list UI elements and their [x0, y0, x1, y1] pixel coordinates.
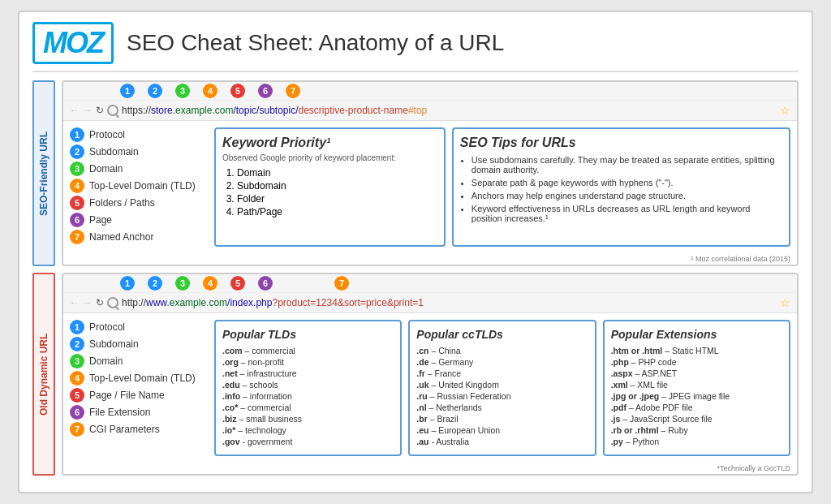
- list-item: 5Page / File Name: [70, 388, 208, 403]
- num-badge-6: 6: [258, 84, 273, 98]
- badge-1: 1: [70, 127, 84, 142]
- list-item: 3Domain: [70, 354, 208, 368]
- list-item: .biz – small business: [222, 414, 394, 424]
- seo-footnote: ¹ Moz correlational data (2015): [63, 253, 797, 265]
- badge-2: 2: [70, 337, 84, 351]
- seo-tips-title: SEO Tips for URLs: [460, 136, 782, 150]
- seo-label: SEO-Friendly URL: [32, 80, 55, 266]
- bookmark-icon: ☆: [780, 296, 790, 309]
- item-label: Protocol: [89, 321, 125, 333]
- badge-4: 4: [70, 371, 84, 386]
- old-footnote: *Technically a GccTLD: [63, 463, 797, 474]
- list-item: Separate path & page keywords with hyphe…: [471, 178, 782, 187]
- badge-3: 3: [70, 162, 84, 176]
- keyword-priority-title: Keyword Priority¹: [222, 136, 437, 150]
- badge-7: 7: [70, 422, 84, 437]
- item-label: CGI Parameters: [89, 424, 160, 435]
- seo-url-bar: ← → ↻ https://store.example.com/topic/su…: [63, 101, 797, 121]
- seo-tips-list: Use subdomains carefully. They may be tr…: [460, 155, 782, 223]
- popular-tlds-list: .com – commercial .org – non-profit .net…: [222, 346, 394, 446]
- item-label: Page: [89, 214, 112, 226]
- num-badge-1: 1: [120, 84, 135, 98]
- keyword-priority-panel: Keyword Priority¹ Observed Google priori…: [214, 127, 446, 247]
- list-item: .gov - government: [222, 437, 394, 446]
- num-badge-2: 2: [148, 84, 162, 98]
- list-item: Subdomain: [237, 180, 437, 192]
- list-item: 1Protocol: [70, 320, 208, 334]
- list-item: .jpg or .jpeg – JPEG image file: [611, 391, 782, 401]
- badge-1: 1: [70, 320, 84, 334]
- url-path: /topic/subtopic/: [233, 105, 298, 116]
- list-item: .aspx – ASP.NET: [611, 368, 782, 378]
- num-badge-7: 7: [286, 84, 300, 98]
- search-icon: [107, 105, 118, 116]
- list-item: 2Subdomain: [70, 337, 208, 351]
- old-label-text: Old Dynamic URL: [38, 333, 50, 415]
- item-label: Subdomain: [89, 338, 139, 350]
- old-section: Old Dynamic URL 1 2 3 4 5 6 7 ← → ↻ http…: [32, 273, 799, 476]
- list-item: .fr – France: [416, 368, 588, 378]
- list-item: Domain: [237, 167, 437, 179]
- list-item: .htm or .html – Static HTML: [611, 346, 782, 355]
- list-item: .php – PHP code: [611, 357, 782, 367]
- back-icon: ←: [70, 297, 80, 308]
- badge-6: 6: [70, 213, 84, 227]
- old-url-bar: ← → ↻ http://www.example.com/index.php?p…: [63, 293, 797, 313]
- seo-tips-panel: SEO Tips for URLs Use subdomains careful…: [452, 127, 790, 247]
- item-label: Named Anchor: [89, 231, 153, 243]
- seo-left-panel: 1Protocol 2Subdomain 3Domain 4Top-Level …: [70, 127, 208, 247]
- item-label: Domain: [89, 355, 123, 367]
- list-item: Folder: [237, 193, 437, 205]
- list-item: .ru – Russian Federation: [416, 391, 588, 401]
- list-item: .co* – commercial: [222, 403, 394, 412]
- search-icon: [107, 297, 118, 308]
- seo-label-text: SEO-Friendly URL: [38, 131, 50, 216]
- refresh-icon: ↻: [96, 297, 104, 308]
- bookmark-icon: ☆: [780, 104, 790, 117]
- list-item: .pdf – Adobe PDF file: [611, 403, 782, 412]
- list-item: .br – Brazil: [416, 414, 588, 424]
- list-item: .com – commercial: [222, 346, 394, 355]
- item-label: Top-Level Domain (TLD): [89, 180, 196, 192]
- popular-tlds-panel: Popular TLDs .com – commercial .org – no…: [214, 320, 402, 456]
- item-label: Page / File Name: [89, 390, 165, 401]
- list-item: Path/Page: [237, 206, 437, 218]
- badge-5: 5: [70, 388, 84, 403]
- seo-url-numbers: 1 2 3 4 5 6 7: [63, 82, 797, 101]
- url-page: descriptive-product-name: [298, 105, 407, 116]
- old-left-panel: 1Protocol 2Subdomain 3Domain 4Top-Level …: [70, 320, 208, 456]
- header: MOZ SEO Cheat Sheet: Anatomy of a URL: [32, 22, 799, 72]
- seo-content-grid: 1Protocol 2Subdomain 3Domain 4Top-Level …: [63, 121, 797, 253]
- list-item: Use subdomains carefully. They may be tr…: [471, 155, 782, 174]
- old-url-numbers: 1 2 3 4 5 6 7: [63, 274, 797, 293]
- seo-numbered-list: 1Protocol 2Subdomain 3Domain 4Top-Level …: [70, 127, 208, 244]
- num-badge-7: 7: [334, 276, 349, 291]
- url-domain: example.com: [170, 297, 227, 308]
- num-badge-6: 6: [258, 276, 273, 291]
- list-item: .net – infrastructure: [222, 368, 394, 378]
- list-item: 4Top-Level Domain (TLD): [70, 179, 208, 193]
- old-numbered-list: 1Protocol 2Subdomain 3Domain 4Top-Level …: [70, 320, 208, 437]
- num-badge-2: 2: [148, 276, 162, 291]
- url-anchor: #top: [408, 105, 427, 116]
- back-icon: ←: [70, 105, 80, 116]
- forward-icon: →: [83, 297, 93, 308]
- list-item: .info – information: [222, 391, 394, 401]
- badge-6: 6: [70, 405, 84, 420]
- num-badge-1: 1: [120, 276, 135, 291]
- list-item: 6Page: [70, 213, 208, 227]
- url-protocol: https://: [122, 105, 151, 116]
- forward-icon: →: [83, 105, 93, 116]
- num-badge-3: 3: [175, 84, 190, 98]
- keyword-priority-list: Domain Subdomain Folder Path/Page: [222, 167, 437, 218]
- num-badge-5: 5: [230, 276, 245, 291]
- badge-2: 2: [70, 144, 84, 159]
- popular-extensions-list: .htm or .html – Static HTML .php – PHP c…: [611, 346, 782, 446]
- list-item: 2Subdomain: [70, 144, 208, 159]
- moz-logo: MOZ: [32, 22, 114, 64]
- list-item: 4Top-Level Domain (TLD): [70, 371, 208, 386]
- url-subdomain: store: [151, 105, 173, 116]
- popular-cctlds-title: Popular ccTLDs: [416, 328, 588, 341]
- item-label: Top-Level Domain (TLD): [89, 373, 196, 384]
- list-item: .edu – schools: [222, 380, 394, 390]
